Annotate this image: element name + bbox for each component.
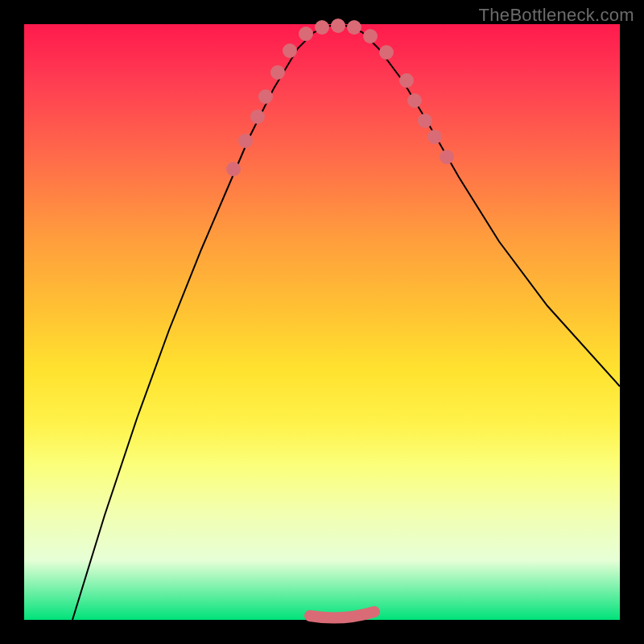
chart-plot-area	[24, 24, 620, 620]
marker-group	[226, 19, 454, 176]
curve-marker	[363, 29, 378, 43]
curve-marker	[407, 93, 422, 108]
curve-bottom-flat	[310, 612, 374, 618]
curve-marker	[270, 65, 285, 80]
curve-marker	[226, 162, 241, 176]
curve-marker	[299, 27, 313, 41]
curve-marker	[379, 45, 394, 60]
curve-marker	[331, 19, 345, 33]
curve-marker	[258, 89, 273, 104]
bottleneck-curve	[72, 26, 620, 620]
chart-svg	[24, 24, 620, 620]
curve-marker	[347, 20, 361, 35]
curve-marker	[250, 109, 265, 124]
watermark-text: TheBottleneck.com	[479, 5, 634, 26]
curve-marker	[418, 114, 432, 128]
curve-marker	[399, 73, 414, 88]
curve-marker	[315, 20, 329, 35]
curve-marker	[238, 134, 253, 148]
chart-frame: TheBottleneck.com	[0, 0, 644, 644]
curve-marker	[427, 130, 442, 144]
curve-marker	[283, 43, 297, 58]
curve-marker	[440, 150, 454, 164]
